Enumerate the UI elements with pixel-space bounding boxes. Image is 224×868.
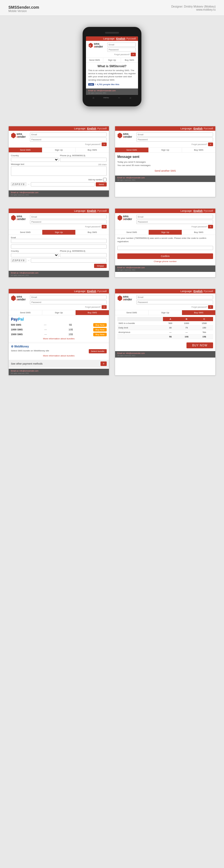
s1-country-select[interactable]: [11, 158, 59, 162]
s6-email-input[interactable]: [136, 295, 213, 299]
s4-nav-sendsms[interactable]: Send SMS: [115, 230, 149, 235]
screen-messagesent: Language: English Русский sms sender For…: [115, 126, 216, 197]
phone-menu-label[interactable]: menu: [103, 96, 109, 99]
lang-label: Language:: [103, 37, 115, 40]
s2-email-input[interactable]: [136, 132, 213, 137]
s6-copyright: All rights reserved, 2011: [117, 355, 213, 356]
s5-nav-sendsms[interactable]: Send SMS: [9, 310, 42, 315]
s3-password-input[interactable]: [30, 220, 107, 224]
phone-logo: S sms sender: [88, 42, 105, 48]
phone-search-icon[interactable]: ⌕: [130, 96, 131, 99]
s1-send-btn[interactable]: Send: [96, 182, 107, 186]
s4-confirm-box: On your number (79055665613) was sent a …: [115, 235, 215, 264]
s2-password-input[interactable]: [136, 137, 213, 142]
s4-lang-en[interactable]: English: [193, 210, 203, 212]
s1-go-btn[interactable]: »: [102, 143, 107, 146]
s5-buynow-1000[interactable]: Buy Now: [93, 328, 107, 332]
s1-nav-sendsms[interactable]: Send SMS: [9, 148, 42, 152]
phone-nav-buysms[interactable]: Buy SMS: [121, 58, 138, 62]
s5-lang-ru[interactable]: Русский: [97, 290, 107, 292]
s4-lang-ru[interactable]: Русский: [204, 210, 213, 212]
s3-signup-box: Email Country Phone (e.g. 9055665613) Z3…: [9, 235, 109, 270]
s3-email-input[interactable]: [30, 215, 107, 219]
table-row: Anonymous — — Yes: [117, 330, 213, 334]
s3-country-select[interactable]: [11, 253, 59, 257]
s6-password-input[interactable]: [136, 300, 213, 304]
s3-nav-sendsms[interactable]: Send SMS: [9, 230, 42, 235]
s3-nav-buysms[interactable]: Buy SMS: [75, 230, 109, 235]
s3-go-btn[interactable]: »: [102, 225, 107, 228]
s6-row1-label: SMS in a bundle: [117, 321, 163, 326]
s4-code-input[interactable]: [117, 246, 213, 250]
phone-back-icon[interactable]: ←: [118, 96, 121, 99]
s5-buynow-500[interactable]: Buy Now: [93, 323, 107, 327]
s2-nav-sendsms[interactable]: Send SMS: [115, 148, 149, 152]
s5-buynow-1500[interactable]: Buy Now: [93, 333, 107, 336]
s2-nav-signup[interactable]: Sign Up: [149, 148, 182, 152]
s2-lang-ru[interactable]: Русский: [204, 127, 213, 130]
s6-nav-signup[interactable]: Sign Up: [149, 310, 182, 315]
s5-see-other-arrow[interactable]: »: [100, 362, 107, 366]
s4-email-input[interactable]: [136, 215, 213, 219]
s6-nav-sendsms[interactable]: Send SMS: [115, 310, 149, 315]
s1-phone-input[interactable]: [60, 158, 107, 162]
phone-email-input[interactable]: [107, 42, 136, 47]
s6-price-a: 5$: [163, 334, 178, 339]
s5-password-input[interactable]: [30, 300, 107, 304]
s6-nav-buysms[interactable]: Buy SMS: [182, 310, 215, 315]
s6-buy-now-btn[interactable]: BUY NOW: [187, 342, 213, 348]
phone-login-form[interactable]: Forgot password? »: [107, 42, 136, 56]
s5-email-input[interactable]: [30, 295, 107, 299]
phone-home-icon[interactable]: ⌂: [93, 96, 94, 99]
phone-content-desc: This is an online service for sending SM…: [88, 69, 136, 82]
s5-see-other-row: See other payment methods »: [9, 360, 109, 368]
s5-nav-signup[interactable]: Sign Up: [42, 310, 76, 315]
s4-nav-buysms[interactable]: Buy SMS: [182, 230, 215, 235]
s4-change-phone[interactable]: Change phone number: [117, 260, 213, 262]
s1-nav-buysms[interactable]: Buy SMS: [75, 148, 109, 152]
s4-password-input[interactable]: [136, 220, 213, 224]
s6-lang-ru[interactable]: Русский: [204, 290, 213, 292]
s1-add-number-checkbox[interactable]: [103, 178, 107, 181]
s5-nav-buysms[interactable]: Buy SMS: [75, 310, 109, 315]
phone-password-input[interactable]: [107, 48, 136, 52]
s3-lang-ru[interactable]: Русский: [97, 210, 107, 212]
s2-nav-buysms[interactable]: Buy SMS: [182, 148, 215, 152]
s2-go-btn[interactable]: »: [208, 143, 213, 146]
s1-lang-ru[interactable]: Русский: [97, 127, 107, 130]
s3-signup-btn[interactable]: Singup: [94, 264, 107, 268]
s1-captcha-input[interactable]: [31, 182, 95, 186]
lang-russian-phone[interactable]: Русский: [127, 37, 136, 40]
s3-nav-signup[interactable]: Sign Up: [42, 230, 76, 235]
phone-nav-sendsms[interactable]: Send SMS: [86, 58, 103, 62]
s5-lang-en[interactable]: English: [87, 290, 96, 292]
s1-nav-signup[interactable]: Sign Up: [42, 148, 76, 152]
phone-nav-signup[interactable]: Sign Up: [103, 58, 121, 62]
s3-lang-en[interactable]: English: [87, 210, 96, 212]
s2-message-sent-box: Message sent Today you send 5 messages Y…: [115, 153, 215, 175]
s3-captcha-input[interactable]: [31, 258, 107, 262]
s4-go-btn[interactable]: »: [208, 225, 213, 228]
s1-message-input[interactable]: [11, 166, 107, 176]
s1-lang-en[interactable]: English: [87, 127, 96, 130]
s5-select-bundle-btn[interactable]: Select bundle: [89, 349, 107, 353]
s3-email-field[interactable]: [11, 239, 107, 243]
phone-go-button[interactable]: »: [131, 53, 136, 56]
s2-lang-en[interactable]: English: [193, 127, 203, 130]
s2-send-another[interactable]: Send another SMS: [117, 169, 213, 172]
lang-english-phone[interactable]: English: [116, 37, 125, 40]
s1-email-input[interactable]: [30, 132, 107, 137]
s4-confirm-btn[interactable]: Confirm: [117, 253, 213, 259]
s3-password-field[interactable]: [11, 244, 107, 249]
s3-captcha-arrow: →: [27, 259, 30, 262]
s1-password-input[interactable]: [30, 137, 107, 142]
s5-more-info[interactable]: More information about bundles: [11, 337, 107, 340]
s5-more-info2[interactable]: More information about bundles: [11, 354, 107, 357]
s4-nav-signup[interactable]: Sign Up: [149, 230, 182, 235]
s3-phone-input[interactable]: [60, 253, 107, 257]
s5-go-btn[interactable]: »: [102, 305, 107, 309]
s6-go-btn[interactable]: »: [208, 305, 213, 309]
fb-like-btn[interactable]: Like: [88, 83, 94, 86]
s6-lang-en[interactable]: English: [193, 290, 203, 292]
s5-lang-header: Language: English Русский: [9, 289, 109, 293]
